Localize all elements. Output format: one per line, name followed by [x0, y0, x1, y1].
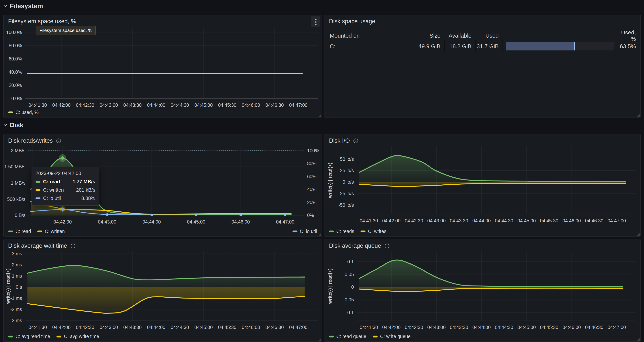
legend-item[interactable]: C: written: [38, 229, 65, 234]
svg-text:04:41:30: 04:41:30: [28, 324, 47, 330]
svg-text:04:42:30: 04:42:30: [405, 218, 423, 223]
legend-item[interactable]: C: writes: [360, 229, 386, 234]
legend: C: read queueC: write queue: [329, 334, 411, 339]
svg-text:25 io/s: 25 io/s: [340, 168, 354, 173]
svg-text:04:46:30: 04:46:30: [585, 324, 603, 330]
svg-text:04:43:00: 04:43:00: [100, 102, 118, 108]
chevron-down-icon: [3, 123, 8, 127]
legend-label: C: read queue: [336, 334, 366, 339]
legend-item[interactable]: C: read queue: [329, 334, 366, 339]
panel-hover-tooltip: Filesystem space used, %: [36, 26, 96, 35]
svg-text:2 ms: 2 ms: [12, 262, 22, 267]
svg-text:04:45:30: 04:45:30: [540, 324, 558, 330]
svg-text:04:41:30: 04:41:30: [28, 102, 47, 108]
svg-text:04:46:00: 04:46:00: [242, 102, 260, 108]
svg-text:04:47:00: 04:47:00: [289, 324, 308, 330]
legend-item[interactable]: C: io util: [292, 229, 317, 234]
resize-handle[interactable]: [318, 114, 321, 117]
svg-text:-1 ms: -1 ms: [10, 296, 22, 301]
legend-item[interactable]: C: avg write time: [56, 334, 99, 339]
resize-handle[interactable]: [318, 233, 321, 236]
info-icon[interactable]: [56, 138, 61, 144]
legend-item[interactable]: C: used, %: [8, 110, 38, 115]
svg-text:04:43:30: 04:43:30: [124, 324, 142, 330]
legend-item[interactable]: C: read: [8, 229, 31, 234]
resize-handle[interactable]: [637, 338, 640, 341]
resize-handle[interactable]: [318, 338, 321, 341]
tooltip-row: C: read1.77 MB/s: [36, 179, 95, 184]
resize-handle[interactable]: [637, 233, 640, 236]
info-icon[interactable]: [70, 243, 76, 248]
svg-text:04:44:00: 04:44:00: [472, 324, 491, 330]
svg-text:04:44:00: 04:44:00: [147, 102, 165, 108]
panel-disk-io: Disk I/O 04:41:3004:42:0004:42:3004:43:0…: [324, 134, 640, 236]
svg-text:write(-) | read(+): write(-) | read(+): [327, 268, 332, 304]
svg-text:04:44:00: 04:44:00: [147, 324, 165, 330]
legend-swatch: [373, 336, 378, 338]
svg-text:04:41:30: 04:41:30: [360, 218, 378, 223]
svg-text:04:46:00: 04:46:00: [562, 218, 581, 223]
panel-disk-avg-queue: Disk average queue 04:41:3004:42:0004:42…: [324, 239, 640, 342]
chart-tooltip: 2023-09-22 04:42:00 C: read1.77 MB/sC: w…: [32, 167, 99, 206]
section-label: Disk: [10, 121, 24, 129]
tooltip-row: C: io util8.88%: [36, 195, 95, 201]
resize-handle[interactable]: [637, 114, 640, 117]
svg-text:-25 io/s: -25 io/s: [338, 191, 354, 196]
disk-io-chart[interactable]: 04:41:3004:42:0004:42:3004:43:0004:43:30…: [324, 134, 640, 236]
svg-text:04:46:30: 04:46:30: [266, 102, 284, 108]
svg-text:-50 io/s: -50 io/s: [338, 202, 354, 208]
panel-title: Disk average queue: [329, 242, 381, 249]
svg-text:04:45:00: 04:45:00: [187, 219, 205, 224]
legend-item[interactable]: C: write queue: [373, 334, 410, 339]
svg-text:04:43:30: 04:43:30: [124, 102, 142, 108]
svg-text:04:45:00: 04:45:00: [194, 324, 213, 330]
info-icon[interactable]: [353, 138, 358, 144]
section-header-filesystem[interactable]: Filesystem: [3, 2, 43, 10]
svg-text:0 B/s: 0 B/s: [15, 212, 26, 218]
svg-text:80%: 80%: [307, 161, 316, 166]
tooltip-swatch: [36, 198, 40, 199]
svg-text:0.05: 0.05: [345, 272, 354, 277]
disk-wait-chart[interactable]: 04:41:3004:42:0004:42:3004:43:0004:43:30…: [4, 240, 322, 342]
panel-title: Disk reads/writes: [8, 137, 53, 144]
tooltip-swatch: [36, 181, 40, 183]
svg-text:04:42:30: 04:42:30: [76, 324, 94, 330]
legend-label: C: written: [45, 229, 65, 234]
svg-text:04:44:30: 04:44:30: [495, 324, 513, 330]
svg-text:0.1: 0.1: [347, 259, 354, 264]
svg-text:04:42:30: 04:42:30: [405, 324, 423, 330]
svg-text:04:44:00: 04:44:00: [142, 219, 161, 224]
tooltip-swatch: [36, 189, 40, 191]
table-row[interactable]: C: 49.9 GiB 18.2 GiB 31.7 GiB 63.5%: [330, 40, 636, 52]
panel-title: Disk space usage: [329, 18, 375, 25]
legend-item[interactable]: C: reads: [329, 229, 354, 234]
svg-text:20.0%: 20.0%: [9, 82, 22, 88]
legend-label: C: writes: [368, 229, 386, 234]
panel-menu-button[interactable]: [311, 16, 320, 28]
col-size[interactable]: Size: [413, 32, 444, 39]
svg-text:80.0%: 80.0%: [9, 43, 22, 48]
legend-item[interactable]: C: avg read time: [8, 334, 50, 339]
legend-label: C: write queue: [380, 334, 410, 339]
legend: C: used, %: [8, 110, 38, 115]
svg-text:04:42:30: 04:42:30: [76, 102, 94, 108]
cell-used-pct: 63.5%: [616, 40, 636, 52]
info-icon[interactable]: [384, 243, 390, 248]
svg-text:04:45:30: 04:45:30: [218, 324, 236, 330]
svg-text:04:45:30: 04:45:30: [540, 218, 558, 223]
col-available[interactable]: Available: [444, 32, 475, 39]
cell-mounted-on: C:: [330, 40, 413, 52]
svg-text:04:43:30: 04:43:30: [450, 324, 468, 330]
svg-text:50 io/s: 50 io/s: [340, 156, 354, 162]
svg-text:500 kB/s: 500 kB/s: [7, 196, 26, 202]
svg-text:04:42:00: 04:42:00: [52, 324, 70, 330]
svg-text:04:46:00: 04:46:00: [562, 324, 581, 330]
disk-queue-chart[interactable]: 04:41:3004:42:0004:42:3004:43:0004:43:30…: [324, 240, 640, 342]
col-used[interactable]: Used: [475, 32, 502, 39]
panel-title: Filesystem space used, %: [8, 18, 76, 25]
section-header-disk[interactable]: Disk: [3, 121, 24, 129]
chevron-down-icon: [3, 4, 8, 8]
svg-text:-3 ms: -3 ms: [10, 318, 22, 323]
col-mounted-on[interactable]: Mounted on: [330, 32, 413, 39]
legend-swatch: [329, 336, 334, 338]
